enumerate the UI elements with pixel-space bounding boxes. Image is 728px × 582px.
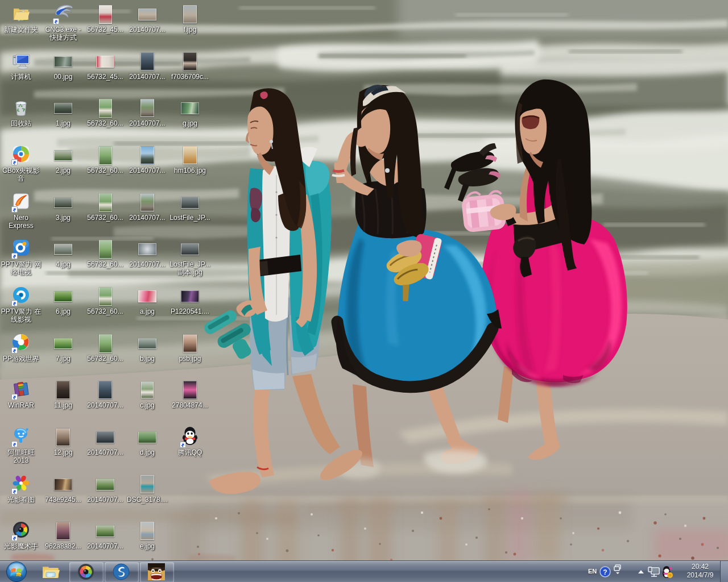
svg-text:?: ?: [603, 568, 607, 576]
